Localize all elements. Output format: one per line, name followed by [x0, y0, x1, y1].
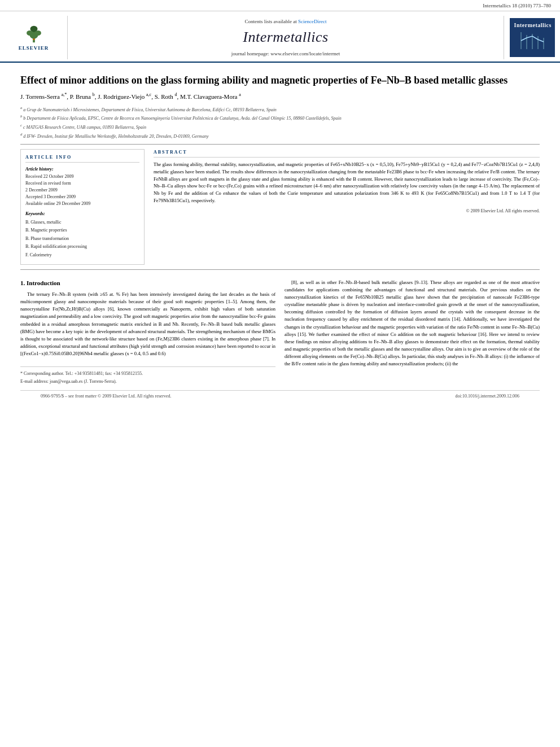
header-section: ELSEVIER Contents lists available at Sci…: [0, 11, 560, 63]
logo-title-text: Intermetallics: [514, 21, 550, 29]
elsevier-logo-container: ELSEVIER: [0, 16, 68, 60]
journal-homepage: journal homepage: www.elsevier.com/locat…: [231, 50, 340, 58]
keyword-3: B. Phase transformation: [25, 235, 139, 243]
introduction-heading: 1. Introduction: [20, 279, 275, 287]
abstract-header: ABSTRACT: [154, 149, 540, 158]
introduction-paragraph1: The ternary Fe–Nb–B system (with ≥65 at.…: [20, 291, 275, 358]
received-revised-label: Received in revised form: [25, 180, 139, 187]
copyright-line: © 2009 Elsevier Ltd. All rights reserved…: [154, 208, 540, 214]
info-abstract-section: ARTICLE INFO Article history: Received 2…: [20, 149, 540, 265]
accepted-text: Accepted 3 December 2009: [25, 194, 139, 200]
elsevier-tree-icon: [23, 24, 45, 43]
keywords-list: B. Glasses, metallic B. Magnetic propert…: [25, 219, 139, 259]
keywords-label: Keywords:: [25, 211, 139, 217]
elsevier-brand-text: ELSEVIER: [19, 45, 49, 52]
left-column: ARTICLE INFO Article history: Received 2…: [20, 149, 145, 265]
right-col-p1: [8], as well as in other Fe–Nb–B-based b…: [285, 279, 540, 368]
article-title: Effect of minor additions on the glass f…: [20, 74, 540, 87]
sciencedirect-line: Contents lists available at ScienceDirec…: [245, 18, 327, 25]
section-number: 1. Introduction: [20, 279, 60, 286]
citation-text: Intermetallics 18 (2010) 773–780: [483, 3, 551, 8]
divider-after-affiliations: [20, 144, 540, 145]
email-footnote: E-mail address: joan@vega.uab.es (J. Tor…: [20, 378, 275, 385]
affiliation-b: b b Departament de Física Aplicada, EPSC…: [20, 113, 540, 121]
body-section: 1. Introduction The ternary Fe–Nb–B syst…: [20, 279, 540, 386]
divider-after-abstract: [20, 269, 540, 270]
affiliation-d: d d IFW- Dresden, Institut für Metallisc…: [20, 132, 540, 139]
contents-label: Contents lists available at: [245, 19, 297, 24]
intermetallics-logo-box: Intermetallics: [510, 18, 555, 57]
affiliation-c: c c MATGAS Research Centre, UAB campus, …: [20, 123, 540, 130]
journal-title: Intermetallics: [243, 27, 328, 47]
keyword-2: B. Magnetic properties: [25, 226, 139, 234]
top-bar: Intermetallics 18 (2010) 773–780: [0, 0, 560, 11]
keyword-4: B. Rapid solidification processing: [25, 243, 139, 251]
logo-graphic: [515, 29, 549, 52]
history-label: Article history:: [25, 166, 139, 172]
available-online-text: Available online 29 December 2009: [25, 200, 139, 207]
authors-line: J. Torrens-Serra a,*, P. Bruna b, J. Rod…: [20, 92, 540, 102]
abstract-text: The glass forming ability, thermal stabi…: [154, 161, 540, 204]
affiliations: a a Grup de Nanomaterials i Microsisteme…: [20, 105, 540, 139]
body-right-column: [8], as well as in other Fe–Nb–B-based b…: [285, 279, 540, 386]
affiliation-a: a a Grup de Nanomaterials i Microsisteme…: [20, 105, 540, 113]
right-column-abstract: ABSTRACT The glass forming ability, ther…: [154, 149, 540, 265]
authors-text: J. Torrens-Serra a,*, P. Bruna b, J. Rod…: [20, 93, 241, 100]
intro-p1: The ternary Fe–Nb–B system (with ≥65 at.…: [20, 291, 275, 358]
header-center: Contents lists available at ScienceDirec…: [68, 16, 504, 60]
svg-point-4: [30, 25, 37, 32]
doi-text: doi:10.1016/j.intermet.2009.12.006: [455, 393, 519, 399]
svg-point-5: [33, 38, 35, 40]
right-column-text: [8], as well as in other Fe–Nb–B-based b…: [285, 279, 540, 368]
journal-logo-right: Intermetallics: [504, 16, 560, 60]
bottom-bar: 0966-9795/$ – see front matter © 2009 El…: [20, 390, 540, 401]
received-revised-date: 2 December 2009: [25, 187, 139, 194]
main-content: Effect of minor additions on the glass f…: [0, 63, 560, 408]
received-text: Received 22 October 2009: [25, 173, 139, 180]
keyword-5: F. Calorimetry: [25, 251, 139, 259]
article-info-box: ARTICLE INFO Article history: Received 2…: [20, 149, 145, 265]
sciencedirect-link[interactable]: ScienceDirect: [298, 19, 326, 24]
issn-text: 0966-9795/$ – see front matter © 2009 El…: [41, 393, 172, 399]
article-info-header: ARTICLE INFO: [25, 154, 139, 163]
elsevier-logo: ELSEVIER: [11, 23, 56, 51]
page-wrapper: Intermetallics 18 (2010) 773–780 ELSEVIE…: [0, 0, 560, 408]
footnote-area: * Corresponding author. Tel.: +34 935811…: [20, 366, 275, 384]
corresponding-author-footnote: * Corresponding author. Tel.: +34 935811…: [20, 370, 275, 377]
keyword-1: B. Glasses, metallic: [25, 219, 139, 226]
body-left-column: 1. Introduction The ternary Fe–Nb–B syst…: [20, 279, 275, 386]
